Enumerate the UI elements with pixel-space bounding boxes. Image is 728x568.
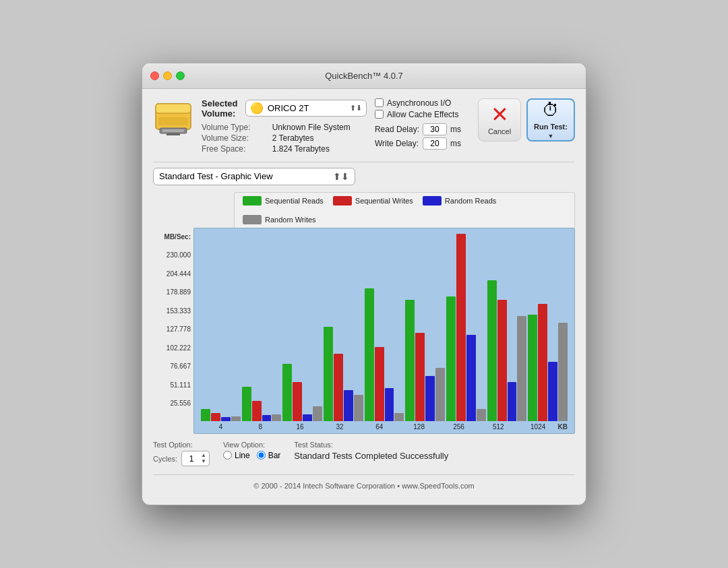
bar-32-bar-green [324,327,333,421]
async-io-checkbox[interactable] [375,98,384,107]
cycles-down-icon[interactable]: ▼ [201,459,206,465]
write-delay-input[interactable] [423,137,447,150]
svg-rect-1 [156,104,191,113]
bar-32-bar-blue [344,390,353,421]
svg-rect-5 [166,133,180,135]
bar-32-bar-gray [354,395,363,421]
test-status-group: Test Status: Standard Tests Completed Su… [294,441,448,461]
bar-256-bar-blue [466,335,476,421]
legend-seq-writes: Sequential Writes [333,196,413,206]
line-radio[interactable] [223,451,232,460]
titlebar: QuickBench™ 4.0.7 [142,63,586,89]
cycles-label: Cycles: [153,455,177,463]
selected-volume-label: Selected Volume: [202,98,241,119]
read-delay-label: Read Delay: [375,125,419,134]
run-arrow-icon: ▼ [548,133,554,139]
traffic-lights [150,71,185,80]
async-io-label: Asynchronous I/O [387,98,451,108]
test-option-group: Test Option: Cycles: 1 ▲ ▼ [153,441,210,467]
bar-16-bar-red [293,382,302,421]
allow-cache-checkbox-row[interactable]: Allow Cache Effects [375,110,464,119]
minimize-button[interactable] [163,71,172,80]
bar-32-bar-red [334,354,343,421]
view-option-group: View Option: Line Bar [223,441,280,460]
bar-group-4 [201,409,241,421]
bar-8-bar-red [252,401,262,421]
bar-radio[interactable] [257,451,266,460]
bottom-section: Test Option: Cycles: 1 ▲ ▼ View Option: [153,441,575,467]
bar-radio-item[interactable]: Bar [257,451,281,460]
y-label-76: 76.667 [153,363,191,370]
y-axis: MB/Sec: 230.000 204.444 178.889 153.333 … [153,228,193,434]
bar-16-bar-blue [303,414,312,421]
bar-group-256 [446,234,486,421]
main-window: QuickBench™ 4.0.7 [142,63,586,506]
legend-rand-reads: Random Reads [423,196,496,206]
cancel-button[interactable]: ✕ Cancel [478,98,521,141]
seq-reads-label: Sequential Reads [265,197,324,205]
chevron-updown-icon: ⬆⬇ [350,104,362,113]
test-dropdown[interactable]: Standard Test - Graphic View ⬆⬇ [153,168,355,185]
bar-16-bar-green [282,364,292,421]
allow-cache-label: Allow Cache Effects [387,110,459,119]
y-label-127: 127.778 [153,326,191,333]
action-buttons: ✕ Cancel ⏱ Run Test: ▼ [478,98,575,141]
checkboxes: Asynchronous I/O Allow Cache Effects [375,98,464,119]
bar-group-32 [324,327,363,421]
vol-size-key: Volume Size: [202,133,267,143]
x-label-512: 512 [479,423,518,431]
write-delay-label: Write Delay: [375,139,419,148]
chart-section: Sequential Reads Sequential Writes Rando… [153,192,575,434]
seq-writes-label: Sequential Writes [355,197,413,205]
cancel-x-icon: ✕ [491,104,509,125]
x-label-16: 16 [280,423,320,431]
write-delay-unit: ms [450,139,461,148]
allow-cache-checkbox[interactable] [375,110,384,119]
x-label-32: 32 [320,423,360,431]
bar-128-bar-blue [425,376,435,421]
legend-seq-reads: Sequential Reads [243,196,324,206]
test-status-label: Test Status: [294,441,448,449]
async-io-checkbox-row[interactable]: Asynchronous I/O [375,98,464,108]
chart-area: 4 8 16 32 64 128 256 512 1024 KB [193,228,575,434]
vol-free-val: 1.824 Terabytes [272,144,367,154]
y-axis-unit: MB/Sec: [153,233,191,241]
close-button[interactable] [150,71,159,80]
footer: © 2000 - 2014 Intech Software Corporatio… [153,474,575,495]
bars-container [198,232,570,421]
bar-4-bar-gray [231,416,241,421]
vol-size-val: 2 Terabytes [272,133,367,143]
line-radio-label: Line [235,451,250,460]
volume-details: Volume Type: Unknown File System Volume … [202,123,367,154]
y-label-25: 25.556 [153,400,191,407]
volume-name: ORICO 2T [268,103,346,113]
volume-dropdown[interactable]: 🟡 ORICO 2T ⬆⬇ [245,100,367,117]
bar-4-bar-red [211,413,220,421]
x-label-256: 256 [439,423,479,431]
x-label-8: 8 [241,423,280,431]
line-radio-item[interactable]: Line [223,451,250,460]
test-dropdown-label: Standard Test - Graphic View [159,171,273,181]
bar-128-bar-green [405,300,415,421]
seq-reads-color [243,196,262,206]
content-area: Selected Volume: 🟡 ORICO 2T ⬆⬇ Volume Ty… [142,89,586,505]
cycles-control: Cycles: 1 ▲ ▼ [153,451,210,467]
run-test-button[interactable]: ⏱ Run Test: ▼ [526,98,575,141]
bar-8-bar-gray [272,414,281,421]
bar-1024-bar-red [538,304,547,421]
stopwatch-icon: ⏱ [542,100,559,121]
bar-512-bar-gray [517,316,526,421]
vol-free-key: Free Space: [202,144,267,154]
maximize-button[interactable] [176,71,185,80]
y-label-51: 51.111 [153,382,191,389]
svg-rect-4 [162,129,184,132]
read-delay-input[interactable] [423,123,447,135]
vol-type-val: Unknown File System [272,123,367,132]
x-label-64: 64 [359,423,399,431]
view-option-label: View Option: [223,441,280,449]
bar-1024-bar-gray [558,323,568,421]
bar-group-128 [405,300,445,421]
bar-16-bar-gray [313,406,322,421]
cycles-input-group[interactable]: 1 ▲ ▼ [181,451,210,467]
cycles-stepper[interactable]: ▲ ▼ [201,453,206,465]
